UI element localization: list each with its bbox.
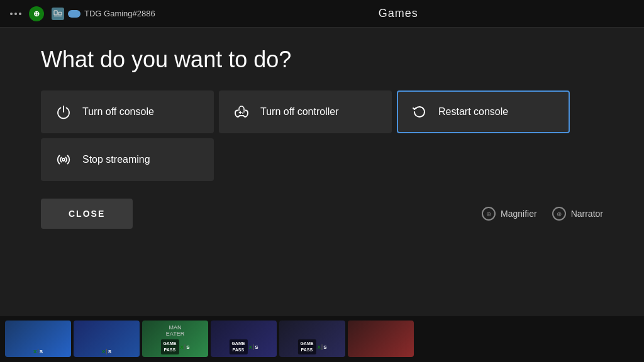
top-bar: ⊕ TDG Gaming#2886 Games — [0, 0, 644, 28]
power-icon — [55, 103, 72, 121]
accessibility-options: ⊕ Magnifier ⊕ Narrator — [482, 207, 603, 221]
magnifier-circle-icon: ⊕ — [482, 207, 496, 221]
game-thumb-1[interactable]: X | S — [5, 321, 71, 357]
cloud-icon — [68, 10, 80, 18]
game-thumb-3[interactable]: MANEATER GAMEPASS X | S — [142, 321, 208, 357]
narrator-label: Narrator — [571, 209, 603, 219]
page-title: Games — [163, 7, 634, 20]
narrator-circle-icon: ⊕ — [552, 207, 566, 221]
profile-library-icon — [52, 8, 64, 20]
game-badge-1: X | S — [33, 348, 43, 354]
close-button[interactable]: CLOSE — [41, 199, 133, 229]
svg-point-5 — [62, 158, 65, 161]
narrator-item[interactable]: ⊕ Narrator — [552, 207, 603, 221]
menu-dots[interactable] — [10, 13, 21, 15]
game-badge-5: GAMEPASS X | S — [297, 339, 326, 354]
game-badge-3: GAMEPASS X | S — [160, 339, 189, 354]
magnifier-label: Magnifier — [501, 209, 537, 219]
profile-name: TDG Gaming#2886 — [84, 9, 155, 18]
game-badge-2: X | S — [102, 348, 111, 354]
magnifier-item[interactable]: ⊕ Magnifier — [482, 207, 537, 221]
stop-streaming-label: Stop streaming — [82, 154, 150, 165]
game-thumb-4[interactable]: GAMEPASS X | S — [211, 321, 277, 357]
stop-streaming-button[interactable]: Stop streaming — [41, 138, 214, 181]
profile-section: TDG Gaming#2886 — [52, 8, 155, 20]
game-strip: X | S X | S MANEATER GAMEPASS X | S G — [0, 315, 644, 362]
bottom-actions: CLOSE ⊕ Magnifier ⊕ Narrator — [41, 199, 603, 229]
turn-off-console-label: Turn off console — [82, 106, 154, 118]
turn-off-controller-label: Turn off controller — [260, 106, 339, 118]
streaming-icon — [55, 151, 72, 168]
game-thumb-2[interactable]: X | S — [74, 321, 140, 357]
restart-icon — [411, 103, 428, 121]
game-thumb-5[interactable]: GAMEPASS X | S — [279, 321, 345, 357]
xbox-logo-icon: ⊕ — [29, 6, 44, 21]
svg-point-3 — [243, 111, 245, 112]
restart-console-label: Restart console — [438, 106, 508, 118]
turn-off-console-button[interactable]: Turn off console — [41, 90, 214, 133]
dialog-question: What do you want to do? — [41, 47, 603, 73]
svg-rect-0 — [54, 10, 57, 14]
controller-icon — [233, 103, 250, 121]
options-grid: Turn off console Turn off controller — [41, 90, 603, 181]
maneater-label: MANEATER — [142, 324, 208, 337]
turn-off-controller-button[interactable]: Turn off controller — [219, 90, 392, 133]
svg-point-4 — [242, 112, 243, 114]
dialog-panel: What do you want to do? Turn off console — [0, 28, 644, 315]
game-thumb-6[interactable] — [348, 321, 414, 357]
restart-console-button[interactable]: Restart console — [397, 90, 570, 133]
svg-rect-1 — [58, 12, 62, 14]
game-badge-4: GAMEPASS X | S — [229, 339, 258, 354]
